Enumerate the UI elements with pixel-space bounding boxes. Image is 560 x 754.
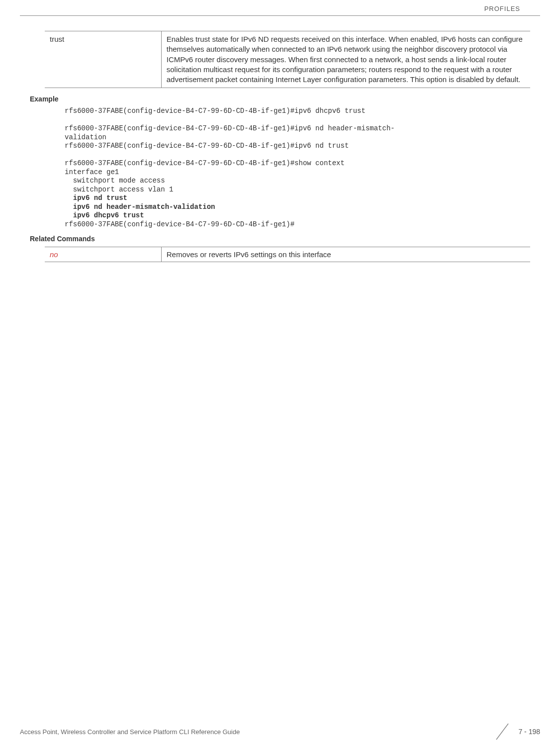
slash-icon xyxy=(492,722,512,742)
cli-bold-line: ipv6 nd header-mismatch-validation xyxy=(65,203,215,211)
related-desc-cell: Removes or reverts IPv6 settings on this… xyxy=(161,247,530,262)
example-heading: Example xyxy=(30,95,530,103)
page-footer: Access Point, Wireless Controller and Se… xyxy=(0,722,560,742)
cli-bold-line: ipv6 nd trust xyxy=(65,194,127,202)
cli-line: switchport mode access xyxy=(65,177,165,185)
cli-line: rfs6000-37FABE(config-device-B4-C7-99-6D… xyxy=(65,107,366,115)
cli-line: validation xyxy=(65,133,106,141)
table-row: no Removes or reverts IPv6 settings on t… xyxy=(45,247,530,262)
cli-output-block: rfs6000-37FABE(config-device-B4-C7-99-6D… xyxy=(65,107,530,229)
header-section: PROFILES xyxy=(484,5,520,12)
cli-line: rfs6000-37FABE(config-device-B4-C7-99-6D… xyxy=(65,142,349,150)
page-number: 7 - 198 xyxy=(518,728,540,736)
param-name-cell: trust xyxy=(45,31,161,88)
main-content: trust Enables trust state for IPv6 ND re… xyxy=(0,16,560,262)
related-cmd-cell: no xyxy=(45,247,161,262)
related-commands-heading: Related Commands xyxy=(30,235,530,243)
table-row: trust Enables trust state for IPv6 ND re… xyxy=(45,31,530,88)
page-number-block: 7 - 198 xyxy=(492,722,540,742)
cli-line: rfs6000-37FABE(config-device-B4-C7-99-6D… xyxy=(65,220,294,228)
footer-text: Access Point, Wireless Controller and Se… xyxy=(20,728,240,736)
cli-line: interface ge1 xyxy=(65,168,119,176)
cli-bold-line: ipv6 dhcpv6 trust xyxy=(65,211,144,219)
parameter-table: trust Enables trust state for IPv6 ND re… xyxy=(45,31,530,88)
page-header: PROFILES xyxy=(20,0,540,16)
param-desc-cell: Enables trust state for IPv6 ND requests… xyxy=(161,31,530,88)
svg-line-0 xyxy=(496,724,508,740)
related-commands-table: no Removes or reverts IPv6 settings on t… xyxy=(45,247,530,262)
cli-line: rfs6000-37FABE(config-device-B4-C7-99-6D… xyxy=(65,124,395,132)
cli-line: rfs6000-37FABE(config-device-B4-C7-99-6D… xyxy=(65,159,345,167)
footer-line: Access Point, Wireless Controller and Se… xyxy=(20,722,540,742)
cli-line: switchport access vlan 1 xyxy=(65,186,173,193)
